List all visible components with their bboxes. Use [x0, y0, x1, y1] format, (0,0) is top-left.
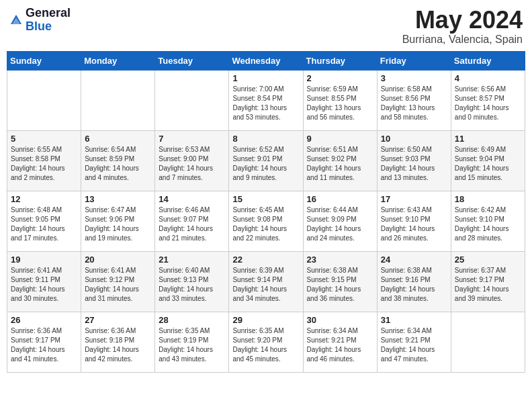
day-info: Sunrise: 7:00 AM Sunset: 8:54 PM Dayligh…: [232, 85, 299, 122]
calendar-cell: 1Sunrise: 7:00 AM Sunset: 8:54 PM Daylig…: [229, 70, 303, 130]
day-number: 14: [159, 194, 225, 204]
calendar-cell: 26Sunrise: 6:36 AM Sunset: 9:17 PM Dayli…: [7, 312, 81, 372]
calendar-week-5: 26Sunrise: 6:36 AM Sunset: 9:17 PM Dayli…: [7, 312, 525, 372]
calendar-cell: [81, 70, 155, 130]
day-number: 27: [85, 315, 151, 325]
day-number: 20: [85, 255, 151, 265]
calendar-cell: 31Sunrise: 6:34 AM Sunset: 9:21 PM Dayli…: [377, 312, 451, 372]
day-number: 23: [307, 255, 373, 265]
day-number: 15: [232, 194, 299, 204]
calendar-cell: 28Sunrise: 6:35 AM Sunset: 9:19 PM Dayli…: [155, 312, 229, 372]
day-number: 31: [381, 315, 447, 325]
column-header-monday: Monday: [81, 51, 155, 70]
day-info: Sunrise: 6:41 AM Sunset: 9:12 PM Dayligh…: [85, 266, 151, 304]
logo-icon: [9, 13, 23, 27]
title-block: May 2024 Burriana, Valencia, Spain: [402, 7, 523, 46]
day-number: 13: [85, 194, 151, 204]
day-number: 6: [85, 134, 151, 144]
day-number: 9: [307, 134, 373, 144]
month-year-title: May 2024: [402, 7, 523, 34]
day-number: 11: [455, 134, 521, 144]
day-number: 5: [11, 134, 77, 144]
day-number: 7: [159, 134, 225, 144]
day-info: Sunrise: 6:49 AM Sunset: 9:04 PM Dayligh…: [455, 145, 521, 183]
calendar-cell: 29Sunrise: 6:35 AM Sunset: 9:20 PM Dayli…: [229, 312, 303, 372]
calendar-cell: 5Sunrise: 6:55 AM Sunset: 8:58 PM Daylig…: [7, 130, 81, 191]
location-subtitle: Burriana, Valencia, Spain: [402, 34, 523, 46]
day-number: 25: [455, 255, 521, 265]
calendar-week-2: 5Sunrise: 6:55 AM Sunset: 8:58 PM Daylig…: [7, 130, 525, 191]
day-info: Sunrise: 6:34 AM Sunset: 9:21 PM Dayligh…: [307, 326, 373, 364]
column-header-friday: Friday: [377, 51, 451, 70]
logo-general-text: General: [26, 7, 71, 20]
calendar-cell: 13Sunrise: 6:47 AM Sunset: 9:06 PM Dayli…: [81, 191, 155, 251]
calendar-cell: 12Sunrise: 6:48 AM Sunset: 9:05 PM Dayli…: [7, 191, 81, 251]
calendar-cell: 15Sunrise: 6:45 AM Sunset: 9:08 PM Dayli…: [229, 191, 303, 251]
calendar-cell: 8Sunrise: 6:52 AM Sunset: 9:01 PM Daylig…: [229, 130, 303, 191]
calendar-cell: 4Sunrise: 6:56 AM Sunset: 8:57 PM Daylig…: [451, 70, 525, 130]
day-info: Sunrise: 6:35 AM Sunset: 9:19 PM Dayligh…: [159, 326, 225, 364]
day-info: Sunrise: 6:56 AM Sunset: 8:57 PM Dayligh…: [455, 85, 521, 122]
calendar-cell: 10Sunrise: 6:50 AM Sunset: 9:03 PM Dayli…: [377, 130, 451, 191]
logo: General Blue: [9, 7, 71, 34]
day-info: Sunrise: 6:36 AM Sunset: 9:17 PM Dayligh…: [11, 326, 77, 364]
day-number: 16: [307, 194, 373, 204]
day-info: Sunrise: 6:37 AM Sunset: 9:17 PM Dayligh…: [455, 266, 521, 304]
day-number: 8: [232, 134, 299, 144]
day-info: Sunrise: 6:47 AM Sunset: 9:06 PM Dayligh…: [85, 205, 151, 243]
day-number: 4: [455, 73, 521, 83]
day-number: 30: [307, 315, 373, 325]
day-number: 1: [232, 73, 299, 83]
column-header-wednesday: Wednesday: [229, 51, 303, 70]
calendar-cell: 11Sunrise: 6:49 AM Sunset: 9:04 PM Dayli…: [451, 130, 525, 191]
day-number: 10: [381, 134, 447, 144]
day-number: 22: [232, 255, 299, 265]
calendar-week-4: 19Sunrise: 6:41 AM Sunset: 9:11 PM Dayli…: [7, 251, 525, 312]
day-info: Sunrise: 6:41 AM Sunset: 9:11 PM Dayligh…: [11, 266, 77, 304]
day-info: Sunrise: 6:51 AM Sunset: 9:02 PM Dayligh…: [307, 145, 373, 183]
calendar-cell: 18Sunrise: 6:42 AM Sunset: 9:10 PM Dayli…: [451, 191, 525, 251]
day-number: 18: [455, 194, 521, 204]
day-info: Sunrise: 6:35 AM Sunset: 9:20 PM Dayligh…: [232, 326, 299, 364]
calendar-cell: 3Sunrise: 6:58 AM Sunset: 8:56 PM Daylig…: [377, 70, 451, 130]
calendar-cell: 7Sunrise: 6:53 AM Sunset: 9:00 PM Daylig…: [155, 130, 229, 191]
calendar-header-row: SundayMondayTuesdayWednesdayThursdayFrid…: [7, 51, 525, 70]
column-header-tuesday: Tuesday: [155, 51, 229, 70]
day-info: Sunrise: 6:42 AM Sunset: 9:10 PM Dayligh…: [455, 205, 521, 243]
calendar-cell: 2Sunrise: 6:59 AM Sunset: 8:55 PM Daylig…: [303, 70, 377, 130]
calendar-cell: 23Sunrise: 6:38 AM Sunset: 9:15 PM Dayli…: [303, 251, 377, 312]
calendar-cell: 19Sunrise: 6:41 AM Sunset: 9:11 PM Dayli…: [7, 251, 81, 312]
day-info: Sunrise: 6:46 AM Sunset: 9:07 PM Dayligh…: [159, 205, 225, 243]
column-header-thursday: Thursday: [303, 51, 377, 70]
day-info: Sunrise: 6:36 AM Sunset: 9:18 PM Dayligh…: [85, 326, 151, 364]
column-header-saturday: Saturday: [451, 51, 525, 70]
calendar-cell: 20Sunrise: 6:41 AM Sunset: 9:12 PM Dayli…: [81, 251, 155, 312]
column-header-sunday: Sunday: [7, 51, 81, 70]
day-number: 12: [11, 194, 77, 204]
day-info: Sunrise: 6:45 AM Sunset: 9:08 PM Dayligh…: [232, 205, 299, 243]
day-info: Sunrise: 6:34 AM Sunset: 9:21 PM Dayligh…: [381, 326, 447, 364]
calendar-cell: [7, 70, 81, 130]
day-number: 24: [381, 255, 447, 265]
calendar-week-1: 1Sunrise: 7:00 AM Sunset: 8:54 PM Daylig…: [7, 70, 525, 130]
calendar-cell: 25Sunrise: 6:37 AM Sunset: 9:17 PM Dayli…: [451, 251, 525, 312]
day-info: Sunrise: 6:59 AM Sunset: 8:55 PM Dayligh…: [307, 85, 373, 122]
calendar-table: SundayMondayTuesdayWednesdayThursdayFrid…: [7, 51, 525, 373]
calendar-cell: 16Sunrise: 6:44 AM Sunset: 9:09 PM Dayli…: [303, 191, 377, 251]
calendar-cell: 14Sunrise: 6:46 AM Sunset: 9:07 PM Dayli…: [155, 191, 229, 251]
day-info: Sunrise: 6:58 AM Sunset: 8:56 PM Dayligh…: [381, 85, 447, 122]
day-number: 19: [11, 255, 77, 265]
day-number: 3: [381, 73, 447, 83]
calendar-week-3: 12Sunrise: 6:48 AM Sunset: 9:05 PM Dayli…: [7, 191, 525, 251]
day-number: 17: [381, 194, 447, 204]
day-info: Sunrise: 6:38 AM Sunset: 9:16 PM Dayligh…: [381, 266, 447, 304]
day-info: Sunrise: 6:39 AM Sunset: 9:14 PM Dayligh…: [232, 266, 299, 304]
day-number: 21: [159, 255, 225, 265]
calendar-cell: 27Sunrise: 6:36 AM Sunset: 9:18 PM Dayli…: [81, 312, 155, 372]
day-info: Sunrise: 6:43 AM Sunset: 9:10 PM Dayligh…: [381, 205, 447, 243]
calendar-cell: 9Sunrise: 6:51 AM Sunset: 9:02 PM Daylig…: [303, 130, 377, 191]
calendar-cell: [451, 312, 525, 372]
day-info: Sunrise: 6:48 AM Sunset: 9:05 PM Dayligh…: [11, 205, 77, 243]
calendar-cell: 21Sunrise: 6:40 AM Sunset: 9:13 PM Dayli…: [155, 251, 229, 312]
calendar-cell: 30Sunrise: 6:34 AM Sunset: 9:21 PM Dayli…: [303, 312, 377, 372]
